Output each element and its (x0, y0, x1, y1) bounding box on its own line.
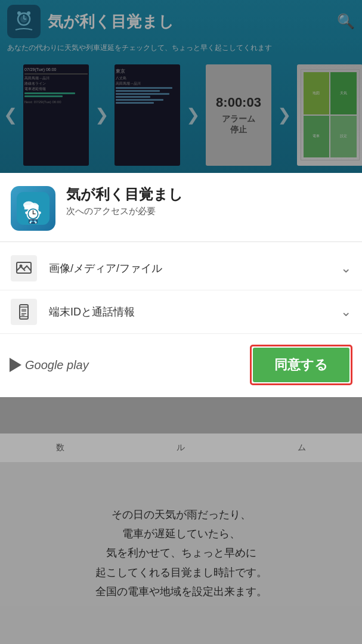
permission-phone[interactable]: 端末IDと通話情報 ⌄ (0, 290, 362, 334)
dialog-app-name: 気が利く目覚まし (66, 186, 183, 203)
nav-tab-2[interactable]: ル (177, 442, 185, 453)
phone-icon (11, 299, 37, 325)
permission-dialog: 気が利く目覚まし 次へのアクセスが必要 画像/メディア/ファイル ⌄ (0, 173, 362, 397)
perm-phone-chevron[interactable]: ⌄ (341, 304, 351, 320)
perm-media-chevron[interactable]: ⌄ (341, 261, 351, 276)
app-info-section: 気が利く目覚まし 次へのアクセスが必要 (0, 173, 362, 242)
svg-rect-28 (21, 309, 26, 312)
permissions-list: 画像/メディア/ファイル ⌄ 端末IDと通話情報 ⌄ (0, 242, 362, 334)
nav-tab-1[interactable]: 数 (56, 442, 64, 453)
perm-media-label: 画像/メディア/ファイル (49, 261, 341, 275)
svg-rect-20 (33, 221, 36, 222)
agree-button-wrapper: 同意する (250, 345, 352, 385)
google-play-text: Google play (25, 358, 89, 372)
svg-point-22 (38, 212, 41, 215)
image-icon (11, 255, 37, 281)
play-icon (10, 358, 21, 372)
perm-phone-label: 端末IDと通話情報 (49, 305, 341, 319)
agree-button[interactable]: 同意する (253, 348, 349, 382)
google-play-logo: Google play (10, 358, 89, 372)
permission-media[interactable]: 画像/メディア/ファイル ⌄ (0, 247, 362, 290)
dialog-footer: Google play 同意する (0, 334, 362, 397)
nav-tab-3[interactable]: ム (298, 442, 306, 453)
app-icon-large (11, 186, 55, 231)
dialog-app-subtitle: 次へのアクセスが必要 (66, 206, 183, 217)
nav-bar: 数 ル ム (0, 434, 362, 462)
svg-point-21 (25, 212, 28, 215)
svg-rect-19 (30, 221, 33, 222)
